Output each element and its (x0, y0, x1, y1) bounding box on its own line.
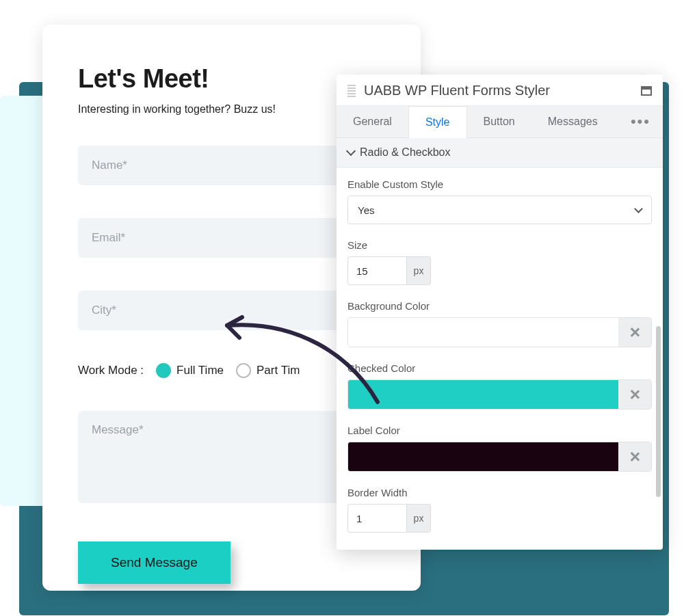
close-icon (630, 327, 640, 337)
panel-body: Enable Custom Style Yes Size px Backgrou… (337, 168, 663, 550)
radio-unchecked-icon (236, 363, 251, 378)
size-field: px (347, 256, 652, 285)
drag-handle-icon (347, 85, 356, 97)
label-color-clear[interactable] (618, 442, 651, 471)
size-label: Size (347, 239, 652, 251)
panel-header[interactable]: UABB WP Fluent Forms Styler (337, 75, 663, 106)
size-unit: px (406, 256, 431, 285)
border-width-field: px (347, 504, 652, 533)
section-radio-checkbox[interactable]: Radio & Checkbox (337, 138, 663, 168)
enable-custom-style-label: Enable Custom Style (347, 178, 652, 190)
background-color-label: Background Color (347, 300, 652, 312)
enable-custom-style-value: Yes (358, 204, 374, 216)
background-color-field[interactable] (347, 317, 652, 347)
close-icon (630, 390, 640, 399)
label-color-label: Label Color (347, 425, 652, 436)
checked-color-field[interactable] (347, 379, 652, 410)
maximize-icon[interactable] (641, 86, 652, 96)
panel-title: UABB WP Fluent Forms Styler (364, 83, 641, 98)
enable-custom-style-select[interactable]: Yes (347, 196, 652, 224)
background-color-clear[interactable] (618, 318, 651, 347)
label-color-field[interactable] (347, 442, 652, 472)
tab-messages[interactable]: Messages (531, 106, 614, 137)
border-width-unit: px (406, 504, 431, 533)
styler-settings-panel: UABB WP Fluent Forms Styler General Styl… (337, 75, 663, 550)
close-icon (630, 452, 640, 461)
radio-parttime[interactable]: Part Tim (236, 363, 300, 378)
border-width-input[interactable] (347, 504, 406, 533)
send-message-button[interactable]: Send Message (78, 541, 231, 584)
tab-more-icon[interactable]: ••• (618, 113, 663, 131)
radio-checked-icon (156, 363, 171, 378)
scrollbar[interactable] (656, 326, 661, 497)
checked-color-label: Checked Color (347, 362, 652, 374)
radio-parttime-label: Part Tim (256, 364, 300, 377)
label-color-swatch (348, 442, 618, 471)
workmode-label: Work Mode : (78, 364, 144, 377)
radio-fulltime[interactable]: Full Time (156, 363, 224, 378)
tab-general[interactable]: General (337, 106, 408, 137)
section-title: Radio & Checkbox (360, 146, 451, 159)
radio-fulltime-label: Full Time (176, 364, 224, 377)
checked-color-clear[interactable] (618, 380, 651, 409)
checked-color-swatch (348, 380, 618, 409)
background-color-swatch (348, 318, 618, 347)
tab-button[interactable]: Button (467, 106, 531, 137)
border-width-label: Border Width (347, 487, 652, 498)
size-input[interactable] (347, 256, 406, 285)
chevron-down-icon (634, 204, 643, 213)
chevron-down-icon (346, 146, 356, 156)
tab-row: General Style Button Messages ••• (337, 106, 663, 138)
tab-style[interactable]: Style (408, 106, 467, 138)
